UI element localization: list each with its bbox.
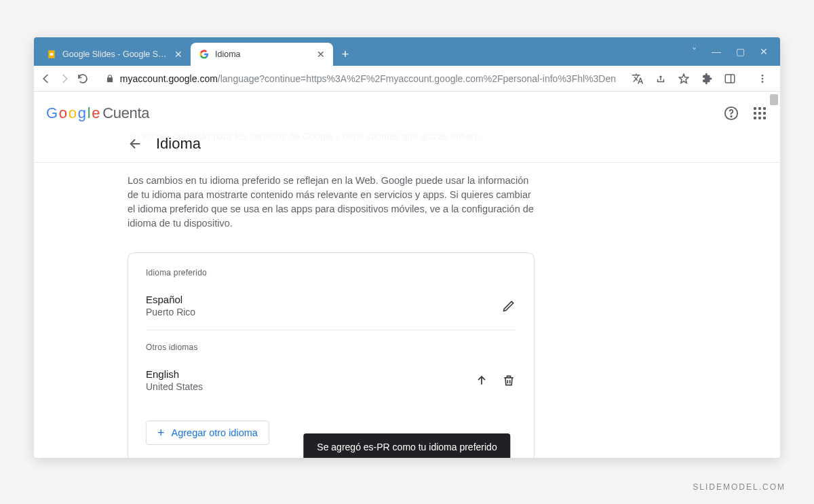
watermark: SLIDEMODEL.COM [693, 482, 786, 492]
google-account-header: Google Cuenta [34, 92, 780, 135]
tab-google-slides[interactable]: Google Slides - Google Slides ✕ [38, 43, 191, 66]
browser-window: Google Slides - Google Slides ✕ Idioma ✕… [34, 37, 780, 458]
toolbar-icons [631, 72, 775, 85]
nav-back-button[interactable] [39, 69, 54, 88]
chevron-down-icon[interactable]: ˅ [692, 46, 697, 57]
url-field[interactable]: myaccount.google.com/language?continue=h… [97, 69, 624, 89]
page-description: Los cambios en tu idioma preferido se re… [128, 174, 541, 231]
svg-point-4 [762, 75, 764, 77]
page-content: Google Cuenta Tu idioma preferido para l… [34, 92, 780, 458]
product-name: Cuenta [102, 104, 149, 122]
language-name: Español [146, 294, 195, 305]
tab-close-icon[interactable]: ✕ [173, 49, 184, 60]
svg-point-6 [762, 81, 764, 83]
chrome-menu-icon[interactable] [756, 72, 769, 85]
svg-rect-2 [725, 75, 735, 83]
language-region: Puerto Rico [146, 307, 195, 317]
other-languages-label: Otros idiomas [146, 343, 516, 352]
address-bar: myaccount.google.com/language?continue=h… [34, 66, 780, 92]
window-controls: ˅ — ▢ ✕ [692, 37, 780, 66]
tab-label: Idioma [215, 50, 310, 59]
tab-label: Google Slides - Google Slides [62, 50, 168, 59]
back-arrow-icon[interactable] [128, 136, 144, 152]
new-tab-button[interactable]: + [336, 45, 355, 64]
side-panel-icon[interactable] [723, 72, 737, 85]
lock-icon [105, 74, 115, 83]
add-language-button[interactable]: + Agregar otro idioma [146, 421, 269, 445]
google-favicon [199, 49, 210, 60]
delete-trash-icon[interactable] [501, 373, 516, 388]
bookmark-star-icon[interactable] [677, 72, 691, 85]
reload-button[interactable] [76, 69, 90, 88]
svg-rect-1 [50, 53, 54, 56]
tab-idioma[interactable]: Idioma ✕ [191, 43, 333, 66]
google-apps-icon[interactable] [752, 105, 768, 121]
minimize-icon[interactable]: — [712, 46, 721, 57]
extensions-icon[interactable] [700, 72, 714, 85]
language-name: English [146, 368, 203, 380]
add-language-label: Agregar otro idioma [172, 427, 258, 438]
other-language-row: English United States [146, 366, 516, 404]
page-title: Idioma [156, 135, 201, 153]
main-content: Los cambios en tu idioma preferido se re… [34, 163, 549, 458]
share-icon[interactable] [654, 72, 667, 85]
help-icon[interactable] [723, 105, 739, 121]
scrollbar-thumb[interactable] [770, 94, 778, 105]
url-text: myaccount.google.com/language?continue=h… [120, 73, 616, 84]
plus-icon: + [157, 427, 165, 439]
preferred-language-row: Español Puerto Rico [146, 291, 516, 330]
translate-icon[interactable] [631, 72, 644, 85]
tab-strip: Google Slides - Google Slides ✕ Idioma ✕… [34, 37, 780, 66]
move-up-icon[interactable] [474, 373, 489, 388]
sticky-page-header: Idioma [34, 135, 780, 163]
language-region: United States [146, 381, 203, 392]
nav-forward-button[interactable] [58, 69, 72, 88]
edit-pencil-icon[interactable] [501, 298, 516, 313]
maximize-icon[interactable]: ▢ [736, 46, 745, 57]
google-logo[interactable]: Google Cuenta [46, 104, 149, 122]
toast-message: Se agregó es-PR como tu idioma preferido [303, 433, 510, 458]
language-card: Idioma preferido Español Puerto Rico Otr… [128, 252, 535, 458]
svg-point-5 [762, 77, 764, 79]
close-window-icon[interactable]: ✕ [760, 46, 768, 57]
tab-close-icon[interactable]: ✕ [315, 49, 326, 60]
preferred-language-label: Idioma preferido [146, 268, 516, 277]
slides-favicon [46, 49, 57, 60]
svg-point-8 [731, 115, 731, 116]
